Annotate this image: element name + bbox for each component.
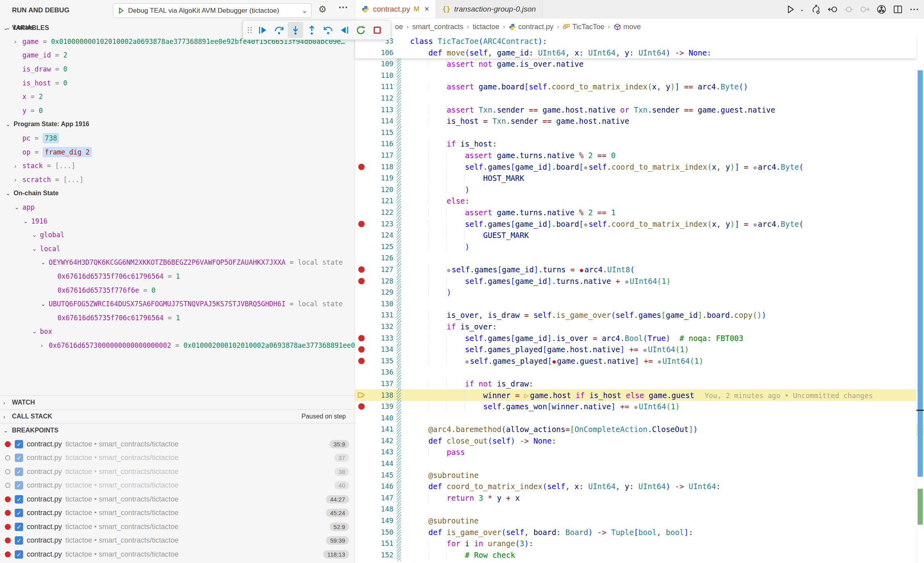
breakpoint-checkbox[interactable]: ✓ xyxy=(15,481,23,490)
breakpoint-checkbox[interactable]: ✓ xyxy=(15,550,23,559)
breakpoint-gutter[interactable] xyxy=(356,207,366,218)
breakpoint-item[interactable]: ✓contract.pytictactoe • smart_contracts/… xyxy=(0,534,355,548)
breakpoint-gutter[interactable] xyxy=(356,81,366,93)
chevron-right-icon[interactable]: › xyxy=(14,163,22,169)
breakpoint-gutter[interactable] xyxy=(356,93,366,104)
breakpoint-gutter[interactable] xyxy=(356,367,366,378)
chevron-down-icon[interactable]: ⌄ xyxy=(14,204,22,211)
variable-row-pc[interactable]: pc = 738 xyxy=(0,131,355,145)
breakpoint-gutter[interactable] xyxy=(356,172,366,184)
more-actions-button[interactable] xyxy=(907,2,921,16)
code-line-147[interactable]: 147 return 3 * y + x xyxy=(355,492,924,504)
breakpoint-gutter[interactable] xyxy=(356,481,366,492)
breakpoint-gutter[interactable] xyxy=(356,47,366,58)
variable-row-On-chain State[interactable]: ⌄On-chain State xyxy=(0,186,355,200)
code-line-122[interactable]: 122 assert game.turns.native % 2 == 1 xyxy=(355,207,924,218)
variable-row-y[interactable]: y = 0 xyxy=(0,104,355,118)
open-changes-icon[interactable] xyxy=(809,2,823,16)
breadcrumb-item-contract.py[interactable]: contract.py xyxy=(509,23,553,31)
code-line-132[interactable]: 132 if is_over: xyxy=(355,321,924,333)
breadcrumb-item-TicTacToe[interactable]: TicTacToe xyxy=(563,23,604,31)
code-line-140[interactable]: 140 xyxy=(355,412,924,424)
breakpoint-item[interactable]: ✓contract.pytictactoe • smart_contracts/… xyxy=(0,465,355,479)
breadcrumb-item-move[interactable]: move xyxy=(614,23,641,31)
code-line-130[interactable]: 130 xyxy=(355,298,924,309)
code-line-146[interactable]: 146 def coord_to_matrix_index(self, x: U… xyxy=(355,481,924,492)
continue-button[interactable] xyxy=(255,22,270,38)
code-line-115[interactable]: 115 xyxy=(355,127,924,139)
breakpoint-item[interactable]: ✓contract.pytictactoe • smart_contracts/… xyxy=(0,506,355,520)
close-icon[interactable]: × xyxy=(424,4,429,14)
breakpoint-item[interactable]: ✓contract.pytictactoe • smart_contracts/… xyxy=(0,437,355,451)
code-line-134[interactable]: 134 self.games_played[game.host.native] … xyxy=(355,344,924,355)
breakpoint-gutter[interactable] xyxy=(356,184,366,196)
breakpoint-gutter[interactable] xyxy=(356,538,366,549)
breakpoint-gutter[interactable] xyxy=(356,252,366,264)
variable-row-x[interactable]: x = 2 xyxy=(0,90,355,104)
code-line-123[interactable]: 123 self.games[game_id].board[●self.coor… xyxy=(355,218,924,230)
code-line-149[interactable]: 149 @subroutine xyxy=(355,515,924,527)
variable-row-1916[interactable]: ⌄1916 xyxy=(0,214,355,228)
code-line-139[interactable]: 139 self.games_won[winner.native] += ●UI… xyxy=(355,401,924,412)
chevron-down-icon[interactable]: ⌄ xyxy=(32,231,40,238)
watch-section-header[interactable]: › WATCH xyxy=(0,395,355,409)
code-line-151[interactable]: 151 for i in urange(3): xyxy=(355,538,924,549)
breakpoint-checkbox[interactable]: ✓ xyxy=(15,523,23,531)
chevron-down-icon[interactable]: ⌄ xyxy=(23,218,31,225)
variable-row-OEYWY64H3D7QK6KCGG6NM2XKKOTZB6BEGZ2P6VAWFOP5OFZAUAHKX7JXXA[interactable]: ⌄OEYWY64H3D7QK6KCGG6NM2XKKOTZB6BEGZ2P6VA… xyxy=(0,256,355,270)
callstack-section-header[interactable]: › CALL STACK Paused on step xyxy=(0,409,355,423)
breakpoint-item[interactable]: ✓contract.pytictactoe • smart_contracts/… xyxy=(0,547,355,561)
breakpoint-gutter[interactable] xyxy=(356,435,366,447)
breakpoint-gutter[interactable] xyxy=(356,515,366,527)
breakpoint-gutter[interactable] xyxy=(356,127,366,139)
chevron-down-icon[interactable]: ⌄ xyxy=(41,259,49,266)
more-actions-icon[interactable]: ⋯ xyxy=(338,2,348,13)
code-line-111[interactable]: 111 assert game.board[self.coord_to_matr… xyxy=(355,81,924,93)
variable-row-local[interactable]: ⌄local xyxy=(0,242,355,256)
variable-row-scratch[interactable]: ›scratch = [...] xyxy=(0,173,355,187)
breakpoint-item[interactable]: ✓contract.pytictactoe • smart_contracts/… xyxy=(0,451,355,465)
stop-button[interactable] xyxy=(369,22,385,38)
chevron-down-icon[interactable]: ⌄ xyxy=(6,121,14,128)
breakpoint-gutter[interactable] xyxy=(356,446,366,458)
source-control-graph-icon[interactable] xyxy=(875,2,888,16)
gear-icon[interactable]: ⚙ xyxy=(318,4,327,15)
code-line-142[interactable]: 142 def close_out(self) -> None: xyxy=(355,435,924,447)
chevron-down-icon[interactable]: ⌄ xyxy=(6,190,14,197)
variable-row-app[interactable]: ⌄app xyxy=(0,200,355,214)
code-line-129[interactable]: 129 ) xyxy=(355,287,924,298)
breakpoint-dot[interactable] xyxy=(356,264,366,276)
breakpoint-gutter[interactable] xyxy=(356,321,366,333)
breadcrumb-item-smart_contracts[interactable]: smart_contracts xyxy=(412,23,463,31)
code-line-128[interactable]: 128 self.games[game_id].turns.native + ●… xyxy=(355,275,924,287)
code-line-33[interactable]: 33class TicTacToe(ARC4Contract): xyxy=(355,35,916,47)
variable-row-0x67616d65735f706c61796564[interactable]: 0x67616d65735f706c61796564 = 1 xyxy=(0,270,355,283)
tab-transaction-group-0.json[interactable]: {}transaction-group-0.json xyxy=(436,0,543,18)
run-dropdown-chevron-icon[interactable]: ⌄ xyxy=(800,2,806,16)
breakpoint-gutter[interactable] xyxy=(356,287,366,298)
variable-row-0x67616d6573000000000000000002[interactable]: ›0x67616d6573000000000000000002 = 0x0100… xyxy=(0,339,355,353)
chevron-down-icon[interactable]: ⌄ xyxy=(32,245,40,252)
breakpoint-gutter[interactable] xyxy=(356,526,366,538)
breakpoint-checkbox[interactable]: ✓ xyxy=(15,536,23,545)
code-line-124[interactable]: 124 GUEST_MARK xyxy=(355,230,924,241)
variable-row-UBUTQ6FOG5ZWRCI64DUSX7SA6FOGMUJ7STNQVPAJ5KS7STJVBRQ5GHDH6I[interactable]: ⌄UBUTQ6FOG5ZWRCI64DUSX7SA6FOGMUJ7STNQVPA… xyxy=(0,297,355,311)
code-line-106[interactable]: 106 def move(self, game_id: UInt64, x: U… xyxy=(355,47,916,58)
breakpoint-gutter[interactable] xyxy=(356,412,366,424)
code-line-119[interactable]: 119 HOST_MARK xyxy=(355,172,924,184)
variable-row-0x67616d65735f706c61796564[interactable]: 0x67616d65735f706c61796564 = 1 xyxy=(0,311,355,325)
chevron-down-icon[interactable]: ⌄ xyxy=(41,300,49,307)
breakpoint-dot[interactable] xyxy=(356,355,366,367)
breakpoint-gutter[interactable] xyxy=(356,458,366,470)
breakpoint-gutter[interactable] xyxy=(356,230,366,241)
breakpoint-gutter[interactable] xyxy=(356,424,366,435)
code-line-138[interactable]: 138 winner = ▷game.host if is_host else … xyxy=(355,389,924,401)
run-python-file-button[interactable] xyxy=(784,2,797,16)
step-into-button[interactable] xyxy=(288,22,303,38)
code-line-109[interactable]: 109 assert not game.is_over.native xyxy=(355,58,924,70)
code-line-126[interactable]: 126 xyxy=(355,252,924,264)
code-line-133[interactable]: 133 self.games[game_id].is_over = arc4.B… xyxy=(355,332,924,344)
code-line-114[interactable]: 114 is_host = Txn.sender == game.host.na… xyxy=(355,115,924,127)
breakpoint-checkbox[interactable]: ✓ xyxy=(15,468,23,476)
code-line-136[interactable]: 136 xyxy=(355,367,924,378)
